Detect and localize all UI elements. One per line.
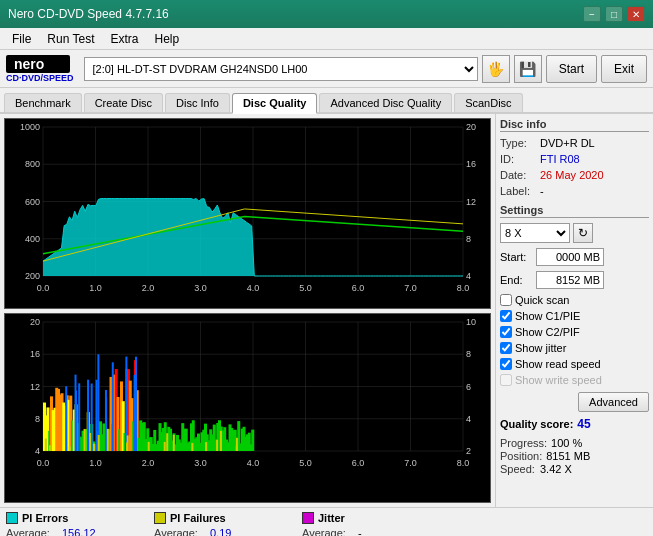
pi-errors-avg-label: Average: (6, 527, 60, 536)
end-label: End: (500, 274, 534, 286)
menu-help[interactable]: Help (147, 30, 188, 48)
speed-row-display: Speed: 3.42 X (500, 463, 649, 475)
maximize-button[interactable]: □ (605, 6, 623, 22)
progress-label: Progress: (500, 437, 547, 449)
pi-errors-title: PI Errors (22, 512, 68, 524)
pi-errors-avg: Average: 156.12 (6, 527, 146, 536)
position-row: Position: 8151 MB (500, 450, 649, 462)
advanced-button[interactable]: Advanced (578, 392, 649, 412)
show-read-speed-checkbox[interactable] (500, 358, 512, 370)
disc-label-row: Label: - (500, 185, 649, 197)
show-write-speed-row: Show write speed (500, 374, 649, 386)
jitter-avg-value: - (358, 527, 362, 536)
right-panel: Disc info Type: DVD+R DL ID: FTI R08 Dat… (495, 114, 653, 507)
menu-extra[interactable]: Extra (102, 30, 146, 48)
show-c2-label: Show C2/PIF (515, 326, 580, 338)
pi-failures-avg-value: 0.19 (210, 527, 231, 536)
drive-select[interactable]: [2:0] HL-DT-ST DVDRAM GH24NSD0 LH00 (84, 57, 478, 81)
jitter-avg-label: Average: (302, 527, 356, 536)
pi-errors-group: PI Errors Average: 156.12 Maximum: 783 T… (6, 512, 146, 536)
charts-area (0, 114, 495, 507)
disc-info-title: Disc info (500, 118, 649, 132)
tab-advanced-disc-quality[interactable]: Advanced Disc Quality (319, 93, 452, 112)
jitter-legend (302, 512, 314, 524)
nero-logo-area: nero CD·DVD/SPEED (6, 55, 74, 83)
quick-scan-label: Quick scan (515, 294, 569, 306)
show-c1-checkbox[interactable] (500, 310, 512, 322)
pi-failures-avg-label: Average: (154, 527, 208, 536)
top-chart (4, 118, 491, 309)
show-jitter-row: Show jitter (500, 342, 649, 354)
speed-label: Speed: (500, 463, 536, 475)
show-c1-row: Show C1/PIE (500, 310, 649, 322)
show-write-speed-label: Show write speed (515, 374, 602, 386)
tab-benchmark[interactable]: Benchmark (4, 93, 82, 112)
menu-run-test[interactable]: Run Test (39, 30, 102, 48)
refresh-button[interactable]: ↻ (573, 223, 593, 243)
toolbar: nero CD·DVD/SPEED [2:0] HL-DT-ST DVDRAM … (0, 50, 653, 88)
progress-value: 100 % (551, 437, 582, 449)
tab-bar: Benchmark Create Disc Disc Info Disc Qua… (0, 88, 653, 114)
quick-scan-checkbox[interactable] (500, 294, 512, 306)
show-c1-label: Show C1/PIE (515, 310, 580, 322)
disc-id-row: ID: FTI R08 (500, 153, 649, 165)
show-write-speed-checkbox (500, 374, 512, 386)
progress-row: Progress: 100 % (500, 437, 649, 449)
jitter-group: Jitter Average: - Maximum: - PO failures… (302, 512, 442, 536)
minimize-button[interactable]: − (583, 6, 601, 22)
start-mb-row: Start: (500, 248, 649, 266)
quality-score-label: Quality score: (500, 418, 573, 430)
position-label: Position: (500, 450, 542, 462)
show-read-speed-row: Show read speed (500, 358, 649, 370)
disc-label-label: Label: (500, 185, 536, 197)
menu-file[interactable]: File (4, 30, 39, 48)
speed-row: 8 X 4 X 2 X 1 X Max ↻ (500, 223, 649, 243)
nero-subtitle: CD·DVD/SPEED (6, 73, 74, 83)
fingerprint-icon[interactable]: 🖐 (482, 55, 510, 83)
disc-date-row: Date: 26 May 2020 (500, 169, 649, 181)
quality-score-value: 45 (577, 417, 590, 431)
show-read-speed-label: Show read speed (515, 358, 601, 370)
tab-create-disc[interactable]: Create Disc (84, 93, 163, 112)
quality-score-row: Quality score: 45 (500, 417, 649, 431)
pi-failures-title: PI Failures (170, 512, 226, 524)
save-icon[interactable]: 💾 (514, 55, 542, 83)
pi-errors-legend (6, 512, 18, 524)
close-button[interactable]: ✕ (627, 6, 645, 22)
disc-label-value: - (540, 185, 544, 197)
tab-scandisc[interactable]: ScanDisc (454, 93, 522, 112)
speed-value: 3.42 X (540, 463, 572, 475)
speed-select[interactable]: 8 X 4 X 2 X 1 X Max (500, 223, 570, 243)
pi-failures-avg: Average: 0.19 (154, 527, 294, 536)
tab-disc-quality[interactable]: Disc Quality (232, 93, 318, 114)
disc-id-value: FTI R08 (540, 153, 580, 165)
tab-disc-info[interactable]: Disc Info (165, 93, 230, 112)
end-mb-row: End: (500, 271, 649, 289)
position-value: 8151 MB (546, 450, 590, 462)
disc-date-value: 26 May 2020 (540, 169, 604, 181)
title-bar: Nero CD-DVD Speed 4.7.7.16 − □ ✕ (0, 0, 653, 28)
pi-failures-legend (154, 512, 166, 524)
start-button[interactable]: Start (546, 55, 597, 83)
nero-logo: nero (6, 55, 70, 73)
start-label: Start: (500, 251, 534, 263)
jitter-title: Jitter (318, 512, 345, 524)
disc-id-label: ID: (500, 153, 536, 165)
app-title: Nero CD-DVD Speed 4.7.7.16 (8, 7, 169, 21)
bottom-chart (4, 313, 491, 504)
stats-footer: PI Errors Average: 156.12 Maximum: 783 T… (0, 507, 653, 536)
settings-title: Settings (500, 204, 649, 218)
main-content: Disc info Type: DVD+R DL ID: FTI R08 Dat… (0, 114, 653, 507)
show-jitter-label: Show jitter (515, 342, 566, 354)
show-c2-checkbox[interactable] (500, 326, 512, 338)
start-input[interactable] (536, 248, 604, 266)
exit-button[interactable]: Exit (601, 55, 647, 83)
menu-bar: File Run Test Extra Help (0, 28, 653, 50)
show-c2-row: Show C2/PIF (500, 326, 649, 338)
window-controls: − □ ✕ (583, 6, 645, 22)
end-input[interactable] (536, 271, 604, 289)
show-jitter-checkbox[interactable] (500, 342, 512, 354)
disc-type-label: Type: (500, 137, 536, 149)
pi-errors-avg-value: 156.12 (62, 527, 96, 536)
jitter-avg: Average: - (302, 527, 442, 536)
